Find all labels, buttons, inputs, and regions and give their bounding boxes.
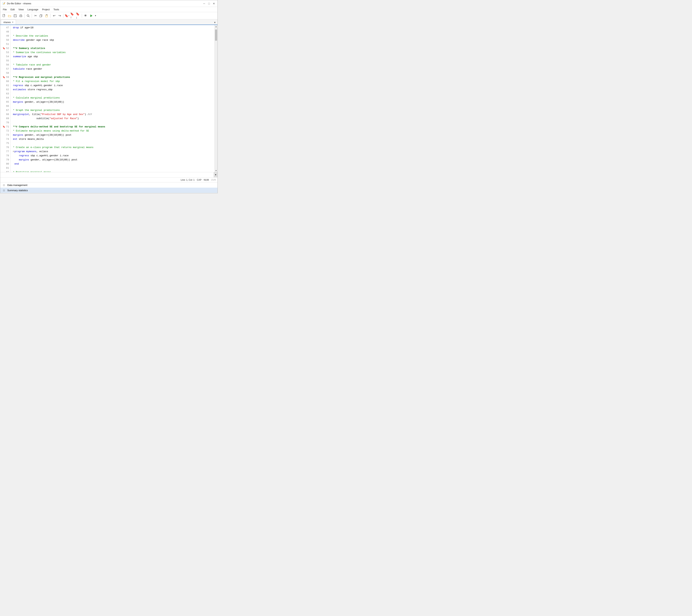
menu-view[interactable]: View bbox=[17, 7, 25, 12]
code-line[interactable]: **# Regression and marginal predictions bbox=[11, 75, 214, 79]
panel-item-icon: □ bbox=[2, 183, 5, 186]
code-line[interactable]: est store means_delta bbox=[11, 137, 214, 141]
save-button[interactable] bbox=[13, 13, 18, 18]
line-number: 69 bbox=[0, 116, 10, 120]
bookmark-icon: 🔖 bbox=[3, 75, 5, 79]
code-line[interactable]: tabulate race gender bbox=[11, 67, 214, 71]
code-line[interactable]: estimates store regress_sbp bbox=[11, 88, 214, 92]
svg-rect-0 bbox=[3, 14, 5, 17]
undo-button[interactable]: ↩ bbox=[51, 13, 57, 18]
code-line[interactable]: * Tabulate race and gender bbox=[11, 63, 214, 67]
menu-edit[interactable]: Edit bbox=[8, 7, 17, 12]
scroll-down-arrow[interactable]: ▼ bbox=[215, 169, 217, 172]
code-line[interactable]: * Graph the marginal predictions bbox=[11, 108, 214, 112]
code-line[interactable]: │ margins gender, at(age==(20(10)80)) po… bbox=[11, 158, 214, 162]
svg-rect-2 bbox=[15, 15, 16, 15]
code-line[interactable]: margins gender, at(age==(20(10)80)) bbox=[11, 100, 214, 104]
run-dropdown-button[interactable]: ▼ bbox=[94, 13, 97, 18]
input-bar: ▼ bbox=[0, 172, 217, 177]
code-line[interactable]: │end bbox=[11, 162, 214, 166]
line-number: 61 bbox=[0, 84, 10, 88]
line-number: 70 bbox=[0, 120, 10, 125]
bottom-panel-item[interactable]: □Summary statistics bbox=[0, 188, 217, 193]
find-button[interactable] bbox=[25, 13, 31, 18]
code-line[interactable]: * Summarize the continuous variables bbox=[11, 50, 214, 54]
code-line[interactable]: ⊟program mymeans, eclass bbox=[11, 150, 214, 154]
code-line[interactable]: drop if age<18 bbox=[11, 26, 214, 30]
close-button[interactable]: ✕ bbox=[212, 2, 216, 5]
open-button[interactable] bbox=[7, 13, 12, 18]
code-line[interactable] bbox=[11, 141, 214, 146]
input-dropdown-button[interactable]: ▼ bbox=[214, 172, 217, 177]
maximize-button[interactable]: □ bbox=[207, 2, 211, 5]
bookmark-prev-button[interactable]: 🔖↑ bbox=[70, 13, 75, 18]
minimize-button[interactable]: ─ bbox=[202, 2, 206, 5]
code-line[interactable]: │ regress sbp c.age##i.gender i.race bbox=[11, 154, 214, 158]
menu-project[interactable]: Project bbox=[40, 7, 51, 12]
line-number: 50 bbox=[0, 38, 10, 42]
main-window: 📝 Do-file Editor - nhanes ─ □ ✕ File Edi… bbox=[0, 0, 218, 193]
new-button[interactable] bbox=[1, 13, 6, 18]
code-line[interactable]: **# Compare delta-method SE and bootstra… bbox=[11, 125, 214, 129]
toolbar: ✂ ↩ ↪ 🔖+ 🔖↑ 🔖↓ 👁 ▼ bbox=[0, 12, 217, 19]
menu-language[interactable]: Language bbox=[25, 7, 40, 12]
scroll-thumb[interactable] bbox=[215, 29, 217, 41]
code-line[interactable]: regress sbp c.age##i.gender i.race bbox=[11, 84, 214, 88]
code-line[interactable]: **# Summary statistics bbox=[11, 46, 214, 50]
cut-button[interactable]: ✂ bbox=[33, 13, 38, 18]
code-line[interactable] bbox=[11, 71, 214, 75]
code-line[interactable]: * Describe the variables bbox=[11, 34, 214, 38]
vertical-scrollbar[interactable]: ▲ ▼ bbox=[214, 25, 217, 172]
run-button[interactable] bbox=[89, 13, 94, 18]
line-number: 75 bbox=[0, 141, 10, 146]
code-line[interactable]: * Calculate marginal predictions bbox=[11, 96, 214, 100]
menu-tools[interactable]: Tools bbox=[51, 7, 61, 12]
line-number: 58 bbox=[0, 71, 10, 75]
code-line[interactable]: marginsplot, title("Predicted SBP by Age… bbox=[11, 112, 214, 116]
line-number: 79 bbox=[0, 158, 10, 162]
scroll-track[interactable] bbox=[215, 28, 217, 169]
svg-point-6 bbox=[27, 15, 29, 17]
code-line[interactable] bbox=[11, 30, 214, 34]
line-number: 74 bbox=[0, 137, 10, 141]
code-line[interactable]: summarize age sbp bbox=[11, 54, 214, 59]
line-number: 66 bbox=[0, 104, 10, 108]
tab-close-button[interactable]: ✕ bbox=[12, 21, 14, 23]
code-line[interactable]: * Create an e-class program that returns… bbox=[11, 146, 214, 150]
code-line[interactable]: * Fit a regression model for sbp bbox=[11, 79, 214, 84]
menu-bar: File Edit View Language Project Tools bbox=[0, 7, 217, 12]
code-line[interactable] bbox=[11, 59, 214, 63]
code-line[interactable]: * Bootstrap marginal means bbox=[11, 170, 214, 172]
tab-nhanes[interactable]: nhanes ✕ bbox=[1, 20, 16, 25]
copy-button[interactable] bbox=[39, 13, 44, 18]
line-number: 57 bbox=[0, 67, 10, 71]
tab-label: nhanes bbox=[3, 21, 11, 24]
tabs-dropdown-button[interactable]: ▼ bbox=[212, 20, 217, 25]
code-line[interactable] bbox=[11, 92, 214, 96]
code-line[interactable] bbox=[11, 42, 214, 46]
code-line[interactable] bbox=[11, 104, 214, 108]
code-line[interactable] bbox=[11, 120, 214, 125]
code-area[interactable]: drop if age<18 * Describe the variablesd… bbox=[11, 25, 214, 172]
code-line[interactable]: margins gender, at(age==(20(10)80)) post bbox=[11, 133, 214, 137]
scroll-up-arrow[interactable]: ▲ bbox=[215, 25, 217, 28]
line-number: 67 bbox=[0, 108, 10, 112]
window-controls: ─ □ ✕ bbox=[202, 2, 216, 5]
fold-button[interactable]: ⊟ bbox=[13, 150, 14, 154]
bookmark-add-button[interactable]: 🔖+ bbox=[64, 13, 70, 18]
panel-item-label: Data management bbox=[7, 184, 27, 186]
line-number: 51 bbox=[0, 42, 10, 46]
view-button[interactable]: 👁 bbox=[83, 13, 88, 18]
menu-file[interactable]: File bbox=[1, 7, 8, 12]
print-button[interactable] bbox=[18, 13, 23, 18]
command-input[interactable] bbox=[0, 172, 214, 177]
code-line[interactable]: describe gender age race sbp bbox=[11, 38, 214, 42]
code-line[interactable] bbox=[11, 166, 214, 170]
num-status: NUM bbox=[204, 179, 209, 181]
bottom-panel-item[interactable]: □Data management bbox=[0, 182, 217, 188]
bookmark-next-button[interactable]: 🔖↓ bbox=[75, 13, 81, 18]
code-line[interactable]: * Estimate marginals means using delta-m… bbox=[11, 129, 214, 133]
redo-button[interactable]: ↪ bbox=[57, 13, 62, 18]
paste-button[interactable] bbox=[44, 13, 49, 18]
code-line[interactable]: subtitle("adjusted for Race") bbox=[11, 116, 214, 120]
